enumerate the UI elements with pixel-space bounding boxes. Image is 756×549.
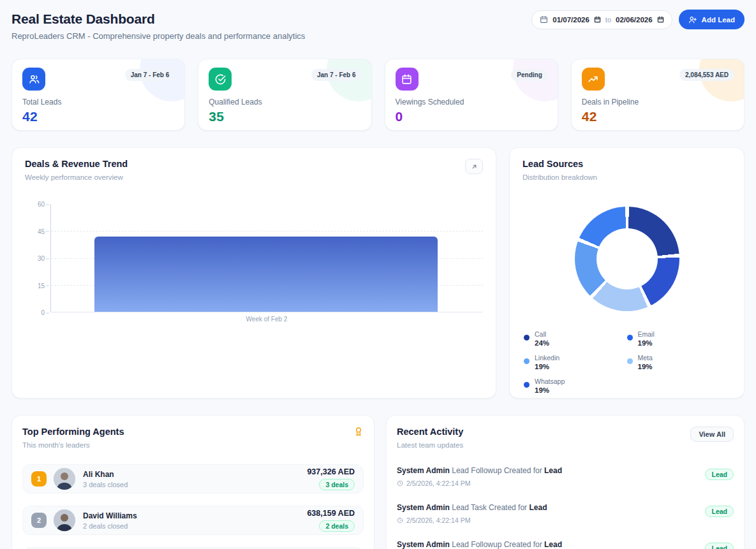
date-picker-icon[interactable] bbox=[657, 16, 664, 23]
users-icon bbox=[22, 68, 45, 91]
agent-row[interactable]: 1 Ali Khan 3 deals closed 937,326 AED 3 … bbox=[22, 464, 364, 494]
trend-chart-title: Deals & Revenue Trend bbox=[25, 159, 128, 169]
activity-item: System Admin Lead Followup Created for L… bbox=[397, 540, 734, 549]
user-plus-icon bbox=[688, 15, 697, 24]
stat-label: Deals in Pipeline bbox=[582, 98, 734, 106]
legend-item: Whatsapp 19% bbox=[524, 377, 627, 394]
agent-amount: 638,159 AED bbox=[307, 509, 355, 518]
stat-label: Total Leads bbox=[22, 98, 174, 106]
avatar bbox=[54, 468, 75, 490]
activity-item: System Admin Lead Task Created for Lead … bbox=[397, 503, 734, 524]
bar-chart: 60 45 30 15 0 bbox=[25, 204, 483, 312]
agent-amount: 937,326 AED bbox=[307, 467, 355, 476]
agent-deals-closed: 3 deals closed bbox=[83, 481, 128, 488]
lead-sources-subtitle: Distribution breakdown bbox=[523, 173, 731, 181]
agent-list: 1 Ali Khan 3 deals closed 937,326 AED 3 … bbox=[22, 464, 364, 549]
date-from-input[interactable]: 01/07/2026 bbox=[552, 16, 589, 24]
lead-sources-card: Lead Sources Distribution breakdown Call… bbox=[509, 147, 745, 399]
stat-badge: Jan 7 - Feb 6 bbox=[311, 69, 362, 81]
legend-dot bbox=[524, 382, 530, 388]
header-titles: Real Estate Dashboard ReproLeaders CRM -… bbox=[11, 11, 305, 41]
deals-badge: 2 deals bbox=[319, 520, 355, 532]
activity-action: Lead Task Created for bbox=[452, 503, 527, 512]
stats-row: Jan 7 - Feb 6 Total Leads 42 Jan 7 - Feb… bbox=[11, 59, 745, 131]
activity-item: System Admin Lead Followup Created for L… bbox=[397, 466, 734, 487]
top-agents-title: Top Performing Agents bbox=[22, 427, 124, 437]
trend-bar[interactable] bbox=[94, 237, 438, 312]
activity-time: 2/5/2026, 4:22:14 PM bbox=[397, 479, 562, 487]
trend-chart-card: Deals & Revenue Trend Weekly performance… bbox=[11, 147, 496, 399]
view-all-button[interactable]: View All bbox=[690, 427, 734, 442]
stat-card-total-leads: Jan 7 - Feb 6 Total Leads 42 bbox=[11, 59, 185, 131]
activity-badge: Lead bbox=[705, 506, 734, 517]
bottom-row: Top Performing Agents This month's leade… bbox=[11, 415, 745, 549]
stat-value: 35 bbox=[209, 109, 360, 124]
deals-badge: 3 deals bbox=[319, 479, 355, 490]
legend-dot bbox=[524, 358, 530, 364]
stat-card-deals-in-pipeline: 2,084,553 AED Deals in Pipeline 42 bbox=[571, 59, 745, 131]
activity-text: System Admin Lead Task Created for Lead bbox=[397, 503, 547, 512]
calendar-icon bbox=[540, 15, 548, 24]
y-tick: 0 bbox=[41, 309, 45, 316]
agent-name: David Williams bbox=[83, 511, 137, 520]
y-tick: 45 bbox=[38, 228, 45, 235]
plot-area bbox=[50, 204, 483, 312]
avatar bbox=[54, 509, 75, 531]
date-picker-icon[interactable] bbox=[594, 16, 601, 23]
x-tick-label: Week of Feb 2 bbox=[25, 316, 483, 323]
y-axis: 60 45 30 15 0 bbox=[25, 204, 50, 312]
calendar-icon bbox=[396, 68, 419, 91]
date-to-input[interactable]: 02/06/2026 bbox=[616, 16, 653, 24]
gridline bbox=[51, 231, 483, 231]
activity-target: Lead bbox=[544, 540, 562, 549]
rank-badge: 2 bbox=[31, 513, 47, 528]
page-title: Real Estate Dashboard bbox=[11, 11, 305, 27]
legend-item: Email 19% bbox=[627, 330, 730, 347]
legend-item: Meta 19% bbox=[627, 354, 730, 370]
activity-badge: Lead bbox=[705, 469, 734, 480]
activity-action: Lead Followup Created for bbox=[452, 466, 542, 475]
agent-row[interactable]: 2 David Williams 2 deals closed 638,159 … bbox=[22, 506, 364, 535]
legend-dot bbox=[524, 335, 530, 340]
page-subtitle: ReproLeaders CRM - Comprehensive propert… bbox=[11, 31, 305, 41]
award-icon bbox=[353, 427, 364, 437]
activity-actor: System Admin bbox=[397, 466, 450, 475]
stat-card-qualified-leads: Jan 7 - Feb 6 Qualified Leads 35 bbox=[198, 59, 371, 131]
stat-badge: Pending bbox=[511, 69, 547, 81]
stat-badge: Jan 7 - Feb 6 bbox=[125, 69, 175, 81]
stat-value: 0 bbox=[396, 109, 547, 124]
expand-chart-button[interactable] bbox=[465, 159, 483, 174]
activity-text: System Admin Lead Followup Created for L… bbox=[397, 540, 562, 549]
agent-deals-closed: 2 deals closed bbox=[83, 522, 137, 530]
stat-value: 42 bbox=[22, 109, 174, 124]
header-controls: 01/07/2026 to 02/06/2026 Add Lead bbox=[531, 10, 745, 29]
donut-chart[interactable] bbox=[575, 207, 679, 311]
rank-badge: 1 bbox=[31, 471, 47, 487]
recent-activity-card: Recent Activity Latest team updates View… bbox=[386, 415, 745, 549]
y-tick: 30 bbox=[38, 255, 45, 262]
stat-label: Viewings Scheduled bbox=[396, 98, 547, 106]
clock-icon bbox=[397, 517, 403, 523]
donut-legend: Call 24% Email 19% Linkedin 19% Meta 19%… bbox=[523, 330, 731, 394]
top-agents-card: Top Performing Agents This month's leade… bbox=[11, 415, 374, 549]
legend-dot bbox=[627, 358, 633, 364]
activity-list: System Admin Lead Followup Created for L… bbox=[397, 466, 734, 549]
recent-activity-title: Recent Activity bbox=[397, 427, 463, 437]
clock-icon bbox=[397, 480, 403, 487]
add-lead-button[interactable]: Add Lead bbox=[679, 10, 745, 29]
activity-target: Lead bbox=[529, 503, 547, 512]
date-range-picker[interactable]: 01/07/2026 to 02/06/2026 bbox=[531, 10, 672, 29]
activity-target: Lead bbox=[544, 466, 562, 475]
legend-dot bbox=[627, 335, 633, 340]
activity-actor: System Admin bbox=[397, 503, 450, 512]
trend-chart-subtitle: Weekly performance overview bbox=[25, 173, 128, 181]
activity-action: Lead Followup Created for bbox=[452, 540, 542, 549]
arrow-up-right-icon bbox=[471, 163, 478, 170]
page-header: Real Estate Dashboard ReproLeaders CRM -… bbox=[11, 11, 745, 41]
stat-badge: 2,084,553 AED bbox=[679, 69, 734, 81]
y-tick: 15 bbox=[38, 282, 45, 289]
check-circle-icon bbox=[209, 68, 232, 91]
stat-card-viewings-scheduled: Pending Viewings Scheduled 0 bbox=[385, 59, 558, 131]
activity-time: 2/5/2026, 4:22:14 PM bbox=[397, 516, 547, 524]
y-tick: 60 bbox=[38, 201, 45, 208]
